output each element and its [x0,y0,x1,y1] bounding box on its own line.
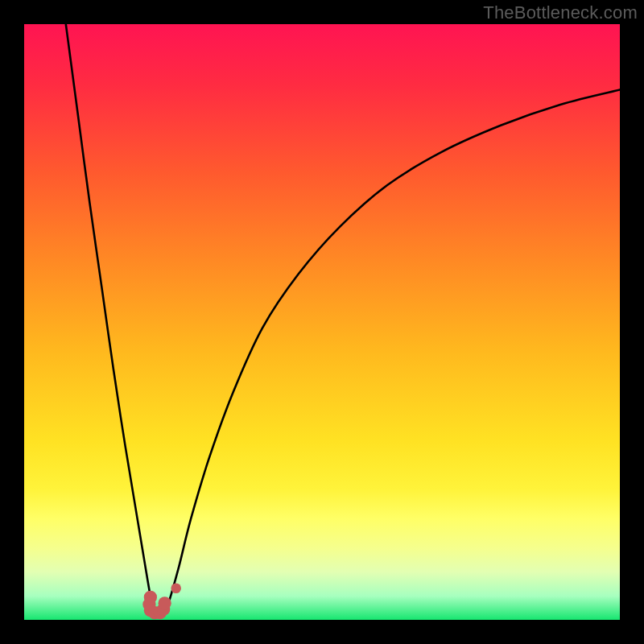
chart-frame: TheBottleneck.com [0,0,644,644]
bottleneck-chart [24,24,620,620]
curve-right-branch [166,89,620,611]
watermark-label: TheBottleneck.com [483,2,638,23]
curve-left-branch [66,24,155,611]
optimal-marker [159,597,171,609]
bottleneck-curve [24,24,620,620]
optimal-marker [171,583,181,593]
